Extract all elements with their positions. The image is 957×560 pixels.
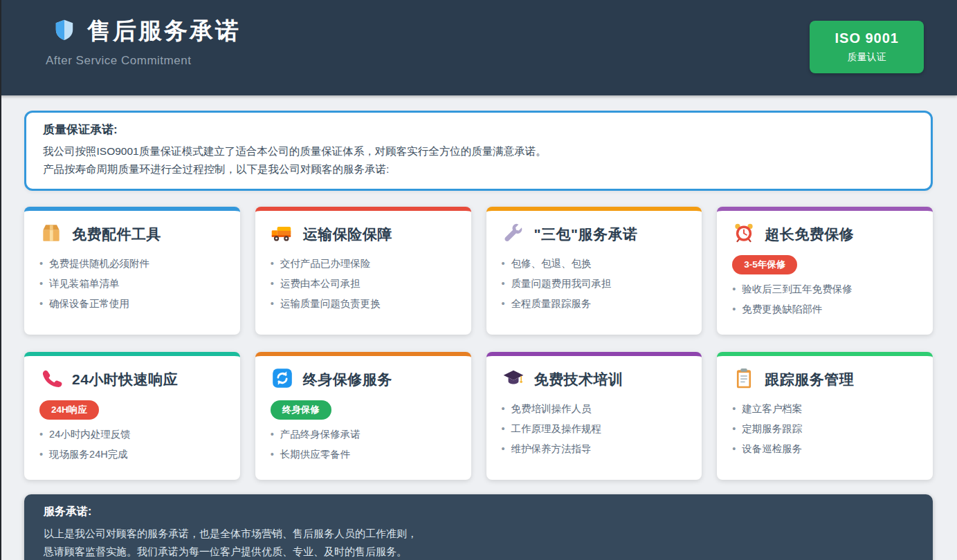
card-badge: 终身保修 — [271, 400, 331, 420]
service-card: 终身保修服务终身保修产品终身保修承诺长期供应零备件 — [255, 352, 471, 480]
card-item: 包修、包退、包换 — [502, 254, 687, 274]
card-badge: 3-5年保修 — [732, 255, 797, 274]
graduation-cap-icon — [502, 366, 525, 393]
card-item: 运输质量问题负责更换 — [271, 294, 456, 314]
card-item: 免费提供随机必须附件 — [39, 254, 225, 274]
service-card: "三包"服务承诺包修、包退、包换质量问题费用我司承担全程质量跟踪服务 — [486, 207, 702, 335]
phone-icon — [39, 366, 63, 393]
card-title: 免费技术培训 — [534, 370, 623, 389]
card-item: 运费由本公司承担 — [271, 274, 456, 294]
page-header: 售后服务承诺 After Service Commitment ISO 9001… — [0, 0, 957, 95]
iso-badge-subtitle: 质量认证 — [835, 51, 899, 64]
card-item: 免费培训操作人员 — [502, 399, 687, 419]
footer-line: 恳请顾客监督实施。我们承诺为每一位客户提供优质、专业、及时的售后服务。 — [44, 543, 913, 560]
iso-9001-badge: ISO 9001 质量认证 — [810, 21, 924, 73]
card-item: 现场服务24H完成 — [39, 445, 225, 465]
service-card: 免费配件工具免费提供随机必须附件详见装箱单清单确保设备正常使用 — [24, 207, 240, 335]
card-title: 超长免费保修 — [765, 225, 854, 244]
card-item: 确保设备正常使用 — [39, 294, 225, 314]
card-title: 免费配件工具 — [72, 225, 161, 244]
wrench-icon — [502, 221, 525, 248]
header-title-block: 售后服务承诺 After Service Commitment — [33, 0, 241, 68]
card-item-list: 免费提供随机必须附件详见装箱单清单确保设备正常使用 — [39, 254, 225, 314]
service-card: 运输保险保障交付产品已办理保险运费由本公司承担运输质量问题负责更换 — [255, 207, 471, 335]
card-item: 工作原理及操作规程 — [502, 419, 687, 439]
quality-notice-line: 我公司按照ISO9001质量保证模式建立了适合本公司的质量保证体系，对顾客实行全… — [43, 142, 914, 160]
card-item: 详见装箱单清单 — [39, 274, 225, 294]
card-item-list: 24小时内处理反馈现场服务24H完成 — [39, 424, 225, 465]
refresh-icon — [271, 366, 294, 393]
page-subtitle: After Service Commitment — [33, 54, 241, 68]
alarm-clock-icon — [732, 221, 756, 248]
shield-icon — [53, 18, 76, 44]
service-card: 24小时快速响应24H响应24小时内处理反馈现场服务24H完成 — [24, 352, 240, 480]
card-badge: 24H响应 — [39, 400, 99, 420]
card-item: 设备巡检服务 — [732, 439, 918, 459]
page-title: 售后服务承诺 — [87, 15, 241, 47]
truck-icon — [271, 221, 294, 248]
card-item: 长期供应零备件 — [271, 445, 456, 465]
card-item: 全程质量跟踪服务 — [502, 294, 687, 314]
card-title: 终身保修服务 — [303, 370, 392, 389]
quality-guarantee-notice: 质量保证承诺: 我公司按照ISO9001质量保证模式建立了适合本公司的质量保证体… — [24, 111, 933, 191]
service-card: 超长免费保修3-5年保修验收后三到五年免费保修免费更换缺陷部件 — [717, 207, 933, 335]
card-item-list: 免费培训操作人员工作原理及操作规程维护保养方法指导 — [502, 399, 687, 459]
service-card: 免费技术培训免费培训操作人员工作原理及操作规程维护保养方法指导 — [486, 352, 702, 480]
service-cards-grid: 免费配件工具免费提供随机必须附件详见装箱单清单确保设备正常使用运输保险保障交付产… — [24, 207, 933, 480]
footer-title: 服务承诺: — [44, 505, 913, 519]
service-commitment-footer: 服务承诺: 以上是我公司对顾客的服务承诺，也是全体市场营销、售后服务人员的工作准… — [24, 494, 933, 560]
package-icon — [39, 221, 63, 248]
footer-line: 以上是我公司对顾客的服务承诺，也是全体市场营销、售后服务人员的工作准则， — [44, 525, 913, 543]
card-item-list: 包修、包退、包换质量问题费用我司承担全程质量跟踪服务 — [502, 254, 687, 314]
card-item: 质量问题费用我司承担 — [502, 274, 687, 294]
card-item: 维护保养方法指导 — [502, 439, 687, 459]
iso-badge-title: ISO 9001 — [835, 30, 899, 46]
card-item: 交付产品已办理保险 — [271, 254, 456, 274]
card-item: 24小时内处理反馈 — [39, 424, 225, 445]
quality-notice-line: 产品按寿命周期质量环进行全过程控制，以下是我公司对顾客的服务承诺: — [43, 160, 914, 178]
card-title: 跟踪服务管理 — [765, 370, 854, 389]
card-item: 验收后三到五年免费保修 — [732, 279, 918, 299]
card-title: "三包"服务承诺 — [534, 225, 638, 244]
card-item-list: 交付产品已办理保险运费由本公司承担运输质量问题负责更换 — [271, 254, 456, 314]
card-item-list: 建立客户档案定期服务跟踪设备巡检服务 — [732, 399, 918, 459]
card-item: 免费更换缺陷部件 — [732, 299, 918, 319]
card-title: 24小时快速响应 — [72, 370, 178, 389]
card-item: 产品终身保修承诺 — [271, 424, 456, 445]
window-left-edge — [0, 0, 1, 560]
card-item: 定期服务跟踪 — [732, 419, 918, 439]
clipboard-icon — [732, 366, 756, 393]
card-title: 运输保险保障 — [303, 225, 392, 244]
card-item: 建立客户档案 — [732, 399, 918, 419]
card-item-list: 验收后三到五年免费保修免费更换缺陷部件 — [732, 279, 918, 319]
card-item-list: 产品终身保修承诺长期供应零备件 — [271, 424, 456, 465]
service-card: 跟踪服务管理建立客户档案定期服务跟踪设备巡检服务 — [717, 352, 933, 480]
quality-notice-title: 质量保证承诺: — [43, 122, 914, 138]
